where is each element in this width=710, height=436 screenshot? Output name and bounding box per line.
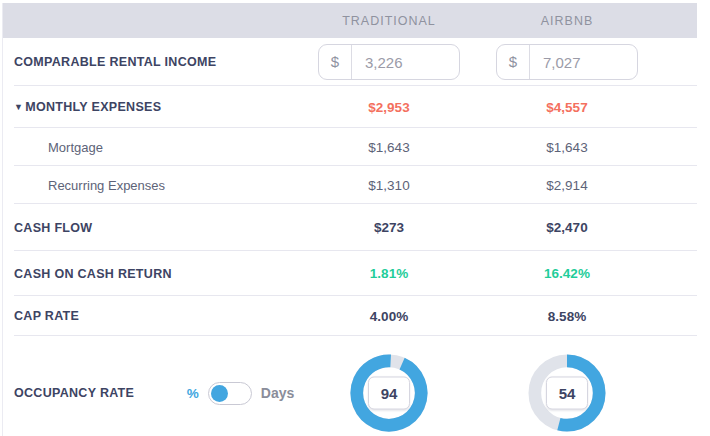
traditional-value: $2,953 <box>314 100 464 115</box>
row-cash-flow: CASH FLOW $273 $2,470 <box>3 204 697 251</box>
airbnb-value: 16.42% <box>492 266 642 281</box>
airbnb-value: $2,914 <box>492 178 642 193</box>
toggle-knob[interactable] <box>211 385 228 402</box>
airbnb-value: $2,470 <box>492 220 642 235</box>
traditional-value: $273 <box>314 220 464 235</box>
airbnb-value: $1,643 <box>492 140 642 155</box>
row-occupancy-rate: OCCUPANCY RATE % Days 94 <box>3 336 697 436</box>
currency-symbol: $ <box>497 45 530 79</box>
row-label: OCCUPANCY RATE <box>3 386 153 400</box>
traditional-value: $1,643 <box>314 140 464 155</box>
table-header: TRADITIONAL AIRBNB <box>3 3 697 38</box>
airbnb-income-input[interactable] <box>530 54 637 71</box>
traditional-income-field: $ <box>318 44 460 80</box>
traditional-cell: $ <box>314 44 464 80</box>
occupancy-value: 54 <box>546 377 588 410</box>
row-recurring-expenses: Recurring Expenses $1,310 $2,914 <box>3 166 697 204</box>
days-label[interactable]: Days <box>261 385 294 401</box>
row-label: CAP RATE <box>3 309 314 323</box>
percent-days-toggle[interactable] <box>208 382 252 405</box>
currency-symbol: $ <box>319 45 352 79</box>
airbnb-value: $4,557 <box>492 100 642 115</box>
traditional-value: 1.81% <box>314 266 464 281</box>
row-mortgage: Mortgage $1,643 $1,643 <box>3 128 697 166</box>
row-label: CASH ON CASH RETURN <box>3 267 314 281</box>
rental-comparison-widget: TRADITIONAL AIRBNB COMPARABLE RENTAL INC… <box>2 3 697 436</box>
airbnb-value: 8.58% <box>492 309 642 324</box>
collapse-caret-icon[interactable]: ▼ <box>14 102 23 112</box>
column-header-airbnb: AIRBNB <box>492 14 642 28</box>
traditional-occupancy-gauge: 94 <box>350 354 428 432</box>
traditional-value: $1,310 <box>314 178 464 193</box>
airbnb-occupancy-gauge: 54 <box>528 354 606 432</box>
airbnb-cell: 54 <box>492 354 642 432</box>
row-cap-rate: CAP RATE 4.00% 8.58% <box>3 296 697 336</box>
row-label: Recurring Expenses <box>3 178 314 193</box>
row-label: ▼MONTHLY EXPENSES <box>3 100 314 114</box>
airbnb-cell: $ <box>492 44 642 80</box>
row-comparable-rental-income: COMPARABLE RENTAL INCOME $ $ <box>3 38 697 86</box>
row-monthly-expenses: ▼MONTHLY EXPENSES $2,953 $4,557 <box>3 86 697 128</box>
row-label: CASH FLOW <box>3 221 314 235</box>
traditional-cell: 94 <box>314 354 464 432</box>
occupancy-unit-toggle-group: % Days <box>153 382 314 405</box>
row-cash-on-cash-return: CASH ON CASH RETURN 1.81% 16.42% <box>3 251 697 296</box>
column-header-traditional: TRADITIONAL <box>314 14 464 28</box>
occupancy-value: 94 <box>368 377 410 410</box>
row-label: Mortgage <box>3 140 314 155</box>
monthly-expenses-label: MONTHLY EXPENSES <box>25 100 161 114</box>
percent-label[interactable]: % <box>187 386 199 401</box>
row-label: COMPARABLE RENTAL INCOME <box>3 55 314 69</box>
traditional-income-input[interactable] <box>352 54 459 71</box>
traditional-value: 4.00% <box>314 309 464 324</box>
airbnb-income-field: $ <box>496 44 638 80</box>
